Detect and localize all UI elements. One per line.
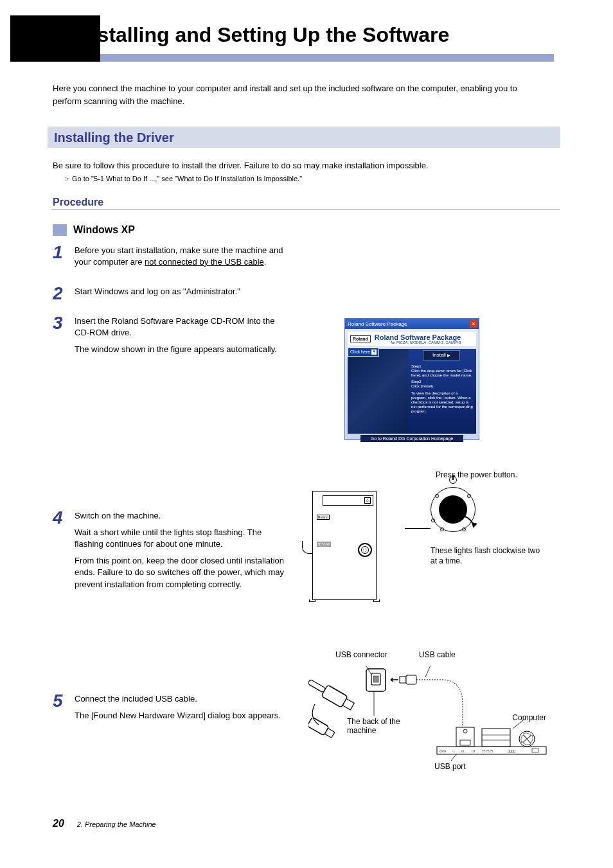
- machine-port: [358, 543, 372, 557]
- page-number: 20: [53, 818, 64, 829]
- svg-rect-18: [482, 729, 510, 747]
- step-lead: Connect the included USB cable.: [75, 693, 284, 705]
- svg-text:⊙⊙: ⊙⊙: [440, 749, 446, 753]
- step-lead: Start Windows and log on as "Administrat…: [75, 286, 284, 297]
- section-title: Installing the Driver: [54, 130, 174, 145]
- step-2: 2 Start Windows and log on as "Administr…: [53, 285, 541, 303]
- window-titlebar: Roland Software Package ×: [345, 319, 479, 329]
- arrow-icon: [461, 515, 480, 534]
- step-number: 5: [53, 692, 75, 710]
- step-lead: Switch on the machine.: [75, 510, 284, 522]
- page-footer: 20 2. Preparing the Machine: [53, 818, 156, 829]
- svg-rect-2: [373, 676, 378, 682]
- page-title: 2-4 Installing and Setting Up the Softwa…: [44, 23, 449, 47]
- svg-text:⧈: ⧈: [461, 749, 464, 753]
- usb-cable-label: USB cable: [419, 650, 456, 659]
- svg-rect-7: [308, 679, 326, 693]
- step-text: Wait a short while until the lights stop…: [75, 527, 284, 550]
- close-icon: ×: [470, 320, 477, 328]
- lights-caption: These lights flash clockwise two at a ti…: [431, 546, 546, 566]
- procedure-heading: Procedure: [53, 197, 541, 208]
- svg-line-14: [513, 718, 526, 729]
- step-number: 2: [53, 285, 75, 303]
- section-note: Be sure to follow this procedure to inst…: [53, 159, 541, 172]
- machine-base: [309, 599, 380, 602]
- instruction-panel: Install ▶ Step1 Click the drop-down arro…: [409, 349, 476, 434]
- step-number: 1: [53, 244, 75, 261]
- window-body: Roland Roland Software Package for PICZA…: [345, 329, 479, 445]
- step-number: 3: [53, 314, 75, 332]
- step-lead: Before you start installation, make sure…: [75, 245, 284, 268]
- machine-top-panel: ⚠: [323, 495, 373, 506]
- desc-text: To view the description of a program, cl…: [411, 391, 474, 414]
- homepage-button: Go to Roland DG Corporation Homepage: [360, 435, 463, 442]
- window-title: Roland Software Package: [348, 321, 407, 327]
- usb-diagram-svg: ⊙⊙ ○ ⧈ ⊡ ▭▭▭ ▯▯▯▯: [308, 666, 559, 781]
- chapter-label: 2. Preparing the Machine: [77, 820, 156, 828]
- cross-ref-text: Go to "5-1 What to Do If ...," see "What…: [72, 175, 302, 182]
- roland-logo: Roland: [350, 335, 371, 342]
- window-middle: Click here ▼ Install ▶ Step1 Click the d…: [348, 349, 476, 434]
- intro-paragraph: Here you connect the machine to your com…: [53, 82, 541, 107]
- roland-badge: Roland: [317, 515, 330, 520]
- step1-label: Step1: [411, 364, 474, 369]
- model-badge: 3DSCAN: [317, 542, 331, 547]
- svg-text:⊡: ⊡: [472, 749, 475, 753]
- step2-text: Click [Install].: [411, 384, 474, 389]
- pointer-icon: ☞: [64, 175, 70, 182]
- lead-line: [405, 528, 431, 529]
- step-body: Start Windows and log on as "Administrat…: [75, 285, 541, 303]
- dropdown-arrow-icon: ▼: [371, 350, 377, 355]
- svg-text:▯▯▯▯: ▯▯▯▯: [508, 749, 515, 753]
- software-package-screenshot: Roland Software Package × Roland Roland …: [344, 318, 479, 440]
- step-text: The window shown in the figure appears a…: [75, 344, 284, 355]
- step2-label: Step2: [411, 380, 474, 384]
- machine-diagram: ⚠ Roland 3DSCAN: [306, 491, 382, 607]
- warning-icon: ⚠: [364, 497, 371, 504]
- usb-connection-diagram: USB connector USB cable The back of the …: [308, 666, 559, 781]
- os-square-icon: [53, 224, 67, 236]
- step1-text: Click the drop-down arrow for [Click her…: [411, 369, 474, 378]
- procedure-underline: [51, 209, 560, 210]
- svg-line-11: [425, 666, 434, 677]
- brand-row: Roland Roland Software Package for PICZA…: [348, 332, 476, 346]
- svg-text:▭▭▭: ▭▭▭: [482, 749, 493, 753]
- click-here-dropdown: Click here ▼: [348, 348, 379, 357]
- step-lead: Insert the Roland Software Package CD-RO…: [75, 315, 284, 339]
- os-name: Windows XP: [73, 224, 135, 236]
- step-1: 1 Before you start installation, make su…: [53, 244, 541, 273]
- step-body: Before you start installation, make sure…: [75, 244, 541, 273]
- usb-connector-label: USB connector: [335, 650, 387, 659]
- machine-body: ⚠ Roland 3DSCAN: [312, 491, 377, 600]
- decorative-image: Click here ▼: [348, 349, 409, 434]
- svg-rect-4: [406, 675, 416, 684]
- power-icon: [449, 476, 457, 484]
- os-heading: Windows XP: [53, 224, 541, 236]
- step-text: From this point on, keep the door closed…: [75, 555, 284, 590]
- power-button-diagram: [431, 487, 475, 532]
- install-button: Install ▶: [423, 350, 460, 360]
- svg-rect-29: [532, 748, 538, 752]
- svg-rect-3: [400, 677, 406, 683]
- section-header: Installing the Driver: [48, 127, 560, 148]
- step-number: 4: [53, 509, 75, 527]
- step-text: The [Found New Hardware Wizard] dialog b…: [75, 710, 284, 722]
- lead-line: [302, 541, 312, 554]
- svg-rect-16: [460, 740, 470, 745]
- svg-text:○: ○: [452, 749, 455, 753]
- power-caption: Press the power button.: [436, 470, 517, 481]
- cross-reference: ☞ Go to "5-1 What to Do If ...," see "Wh…: [64, 175, 541, 182]
